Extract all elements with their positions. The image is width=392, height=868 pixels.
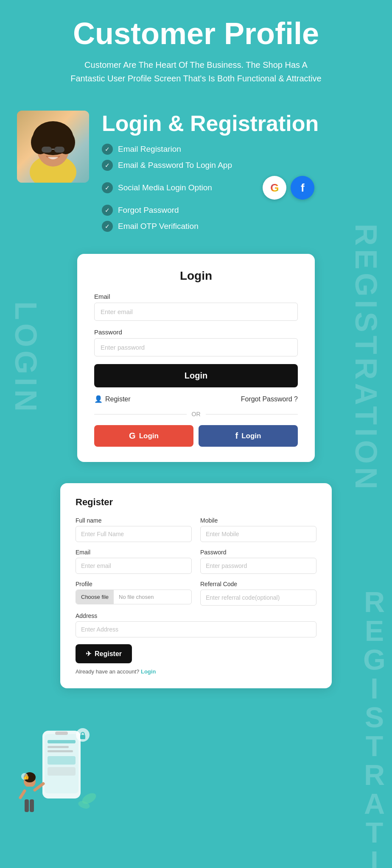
register-link[interactable]: 👤 Register (94, 395, 131, 403)
or-line-right (206, 414, 298, 415)
referral-label: Referral Code (200, 581, 316, 587)
svg-rect-14 (48, 740, 76, 743)
login-button[interactable]: Login (94, 364, 298, 387)
svg-line-25 (20, 791, 25, 798)
login-side-text: LOGIN (8, 301, 43, 415)
google-login-button[interactable]: G Login (94, 425, 193, 447)
svg-rect-18 (48, 767, 76, 776)
feature-label-2: Email & Password To Login App (118, 161, 232, 170)
register-card-title: Register (76, 497, 316, 508)
page-title: Customer Profile (25, 17, 367, 50)
social-login-row: G Login f Login (94, 425, 298, 447)
feature-label-1: Email Registarion (118, 145, 181, 154)
svg-rect-9 (54, 147, 64, 153)
feature-label-3: Social Media Login Option (118, 183, 212, 192)
feature-item-1: ✓ Email Registarion (102, 144, 319, 155)
fullname-label: Full name (76, 517, 192, 524)
login-card: Login Email Password Login 👤 Register Fo… (77, 254, 315, 462)
feature-item-2: ✓ Email & Password To Login App (102, 160, 319, 171)
feature-item-3: ✓ Social Media Login Option G f (102, 176, 319, 200)
register-button-label: Register (95, 650, 122, 658)
file-input-wrapper: Choose file No file chosen (76, 590, 192, 604)
already-account-text: Already have an account? Login (76, 668, 316, 675)
fullname-input[interactable] (76, 526, 192, 542)
google-login-label: Login (139, 432, 159, 440)
header-section: Customer Profile Customer Are The Heart … (0, 0, 392, 98)
file-name-display: No file chosen (114, 590, 159, 604)
login-reg-title: Login & Registration (102, 111, 319, 136)
registration-side-text-right: REGISTRATION (349, 223, 384, 492)
already-login-link[interactable]: Login (141, 668, 156, 675)
svg-rect-16 (48, 750, 73, 752)
svg-rect-8 (42, 147, 52, 153)
feature-item-4: ✓ Forgot Password (102, 205, 319, 216)
illustration-area: 👍 (17, 714, 102, 824)
profile-photo (17, 111, 89, 183)
facebook-brand-icon: f (291, 176, 314, 200)
password-label: Password (94, 328, 298, 336)
email-label: Email (94, 293, 298, 300)
send-icon: ✈ (86, 650, 91, 658)
mobile-label: Mobile (200, 517, 316, 524)
or-line-left (94, 414, 187, 415)
fullname-group: Full name (76, 517, 192, 542)
register-submit-button[interactable]: ✈ Register (76, 644, 132, 663)
profile-label: Profile (76, 581, 192, 587)
mobile-input[interactable] (200, 526, 316, 542)
svg-rect-27 (80, 735, 85, 739)
address-input[interactable] (76, 621, 316, 637)
login-card-title: Login (94, 269, 298, 283)
email-input[interactable] (94, 303, 298, 321)
features-block: Login & Registration ✓ Email Registarion… (102, 111, 319, 237)
facebook-login-button[interactable]: f Login (199, 425, 298, 447)
reg-email-group: Email (76, 549, 192, 574)
svg-rect-15 (48, 746, 69, 748)
feature-label-5: Email OTP Verification (118, 222, 199, 231)
check-icon-2: ✓ (102, 160, 113, 171)
feature-label-4: Forgot Password (118, 206, 179, 215)
reg-password-label: Password (200, 549, 316, 556)
referral-input[interactable] (200, 590, 316, 606)
google-login-icon: G (129, 431, 136, 441)
reg-email-label: Email (76, 549, 192, 556)
registration-bottom-vertical: R E G I S T R A T I O N (363, 697, 386, 824)
facebook-login-label: Login (241, 432, 261, 440)
bottom-section: 👍 R E G I S T R A T I O N (0, 697, 392, 824)
svg-point-7 (51, 123, 68, 142)
file-choose-button[interactable]: Choose file (76, 590, 114, 604)
svg-text:👍: 👍 (23, 773, 29, 780)
or-text: OR (192, 411, 201, 417)
register-card-section: Register Full name Mobile Email Password (0, 470, 392, 697)
feature-item-5: ✓ Email OTP Verification (102, 221, 319, 232)
svg-rect-13 (55, 732, 68, 735)
profile-group: Profile Choose file No file chosen (76, 581, 192, 606)
forgot-password-link[interactable]: Forgot Password ? (241, 395, 298, 403)
check-icon-3: ✓ (102, 182, 113, 193)
check-icon-5: ✓ (102, 221, 113, 232)
reg-password-input[interactable] (200, 558, 316, 574)
check-icon-1: ✓ (102, 144, 113, 155)
svg-rect-17 (48, 756, 76, 765)
facebook-login-icon: f (235, 431, 238, 441)
reg-password-group: Password (200, 549, 316, 574)
address-group: Address (76, 612, 316, 637)
or-divider: OR (94, 411, 298, 417)
register-form-grid: Full name Mobile Email Password Profile (76, 517, 316, 637)
address-label: Address (76, 612, 316, 619)
person-icon: 👤 (94, 395, 103, 403)
login-card-section: LOGIN REGISTRATION Login Email Password … (0, 245, 392, 470)
header-subtitle: Customer Are The Heart Of The Business. … (69, 58, 323, 85)
check-icon-4: ✓ (102, 205, 113, 216)
reg-email-input[interactable] (76, 558, 192, 574)
register-card: Register Full name Mobile Email Password (60, 483, 332, 688)
action-row: 👤 Register Forgot Password ? (94, 395, 298, 403)
referral-group: Referral Code (200, 581, 316, 606)
mobile-group: Mobile (200, 517, 316, 542)
google-brand-icon: G (263, 176, 286, 200)
features-section: Login & Registration ✓ Email Registarion… (0, 98, 392, 245)
svg-rect-23 (30, 799, 34, 812)
svg-line-24 (35, 784, 43, 790)
password-input[interactable] (94, 338, 298, 356)
svg-rect-22 (25, 799, 29, 812)
